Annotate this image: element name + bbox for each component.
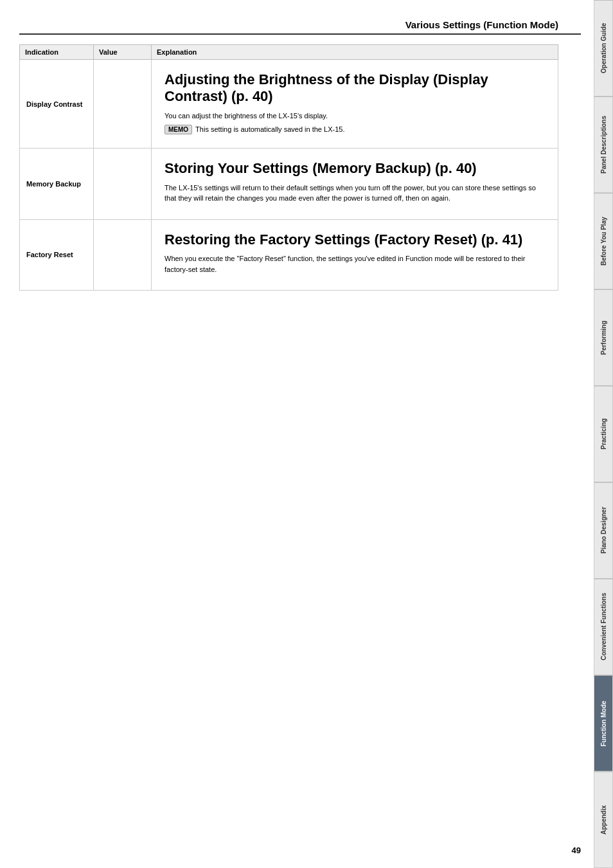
sidebar-tab-panel-descriptions[interactable]: Panel Descriptions (594, 96, 613, 193)
sidebar-tab-convenient-functions[interactable]: Convenient Functions (594, 579, 613, 675)
explanation-cell: Restoring the Factory Settings (Factory … (152, 219, 558, 290)
section-description: When you execute the "Factory Reset" fun… (164, 253, 545, 275)
section-description: You can adjust the brightness of the LX-… (164, 111, 545, 122)
table-row: Memory BackupStoring Your Settings (Memo… (20, 149, 558, 219)
col-header-explanation: Explanation (152, 45, 558, 60)
explanation-cell: Adjusting the Brightness of the Display … (152, 60, 558, 149)
sidebar-tab-function-mode[interactable]: Function Mode (594, 675, 613, 772)
sidebar-tab-performing[interactable]: Performing (594, 289, 613, 386)
section-heading: Storing Your Settings (Memory Backup) (p… (164, 160, 545, 177)
col-header-indication: Indication (20, 45, 94, 60)
explanation-cell: Storing Your Settings (Memory Backup) (p… (152, 149, 558, 219)
sidebar-tab-operation-guide[interactable]: Operation Guide (594, 0, 613, 96)
section-heading: Restoring the Factory Settings (Factory … (164, 231, 545, 248)
value-cell (94, 149, 152, 219)
value-cell (94, 60, 152, 149)
table-row: Display ContrastAdjusting the Brightness… (20, 60, 558, 149)
memo-badge: MEMO (164, 125, 192, 134)
sidebar-tabs: Operation GuidePanel DescriptionsBefore … (594, 0, 613, 868)
sidebar-tab-practicing[interactable]: Practicing (594, 386, 613, 482)
indication-cell: Display Contrast (20, 60, 94, 149)
settings-table: Indication Value Explanation Display Con… (19, 44, 558, 291)
indication-cell: Memory Backup (20, 149, 94, 219)
indication-cell: Factory Reset (20, 219, 94, 290)
page-number: 49 (572, 845, 581, 855)
sidebar-tab-appendix[interactable]: Appendix (594, 772, 613, 868)
col-header-value: Value (94, 45, 152, 60)
memo-text: This setting is automatically saved in t… (195, 125, 344, 134)
memo-row: MEMOThis setting is automatically saved … (164, 125, 545, 136)
sidebar-tab-before-you-play[interactable]: Before You Play (594, 193, 613, 289)
section-heading: Adjusting the Brightness of the Display … (164, 71, 545, 105)
page-title: Various Settings (Function Mode) (19, 19, 581, 35)
sidebar-tab-piano-designer[interactable]: Piano Designer (594, 482, 613, 579)
table-row: Factory ResetRestoring the Factory Setti… (20, 219, 558, 290)
main-content: Indication Value Explanation Display Con… (19, 44, 581, 291)
section-description: The LX-15's settings will return to thei… (164, 183, 545, 204)
value-cell (94, 219, 152, 290)
